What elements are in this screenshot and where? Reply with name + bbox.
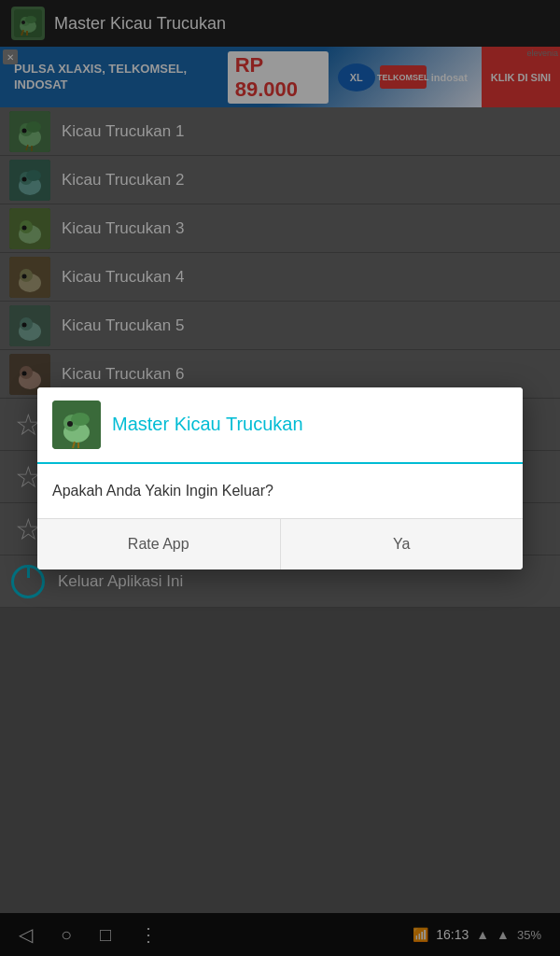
dialog-app-icon — [52, 401, 101, 449]
yes-button[interactable]: Ya — [281, 519, 524, 569]
svg-point-39 — [67, 421, 73, 427]
svg-point-38 — [71, 413, 90, 426]
dialog-header: Master Kicau Trucukan — [37, 387, 523, 464]
rate-app-button[interactable]: Rate App — [37, 519, 281, 569]
dialog-overlay: Master Kicau Trucukan Apakah Anda Yakin … — [0, 0, 560, 956]
exit-dialog: Master Kicau Trucukan Apakah Anda Yakin … — [37, 387, 523, 569]
dialog-body: Apakah Anda Yakin Ingin Keluar? — [37, 464, 523, 518]
dialog-app-name: Master Kicau Trucukan — [112, 414, 303, 435]
dialog-actions: Rate App Ya — [37, 518, 523, 569]
dialog-message: Apakah Anda Yakin Ingin Keluar? — [52, 483, 273, 499]
